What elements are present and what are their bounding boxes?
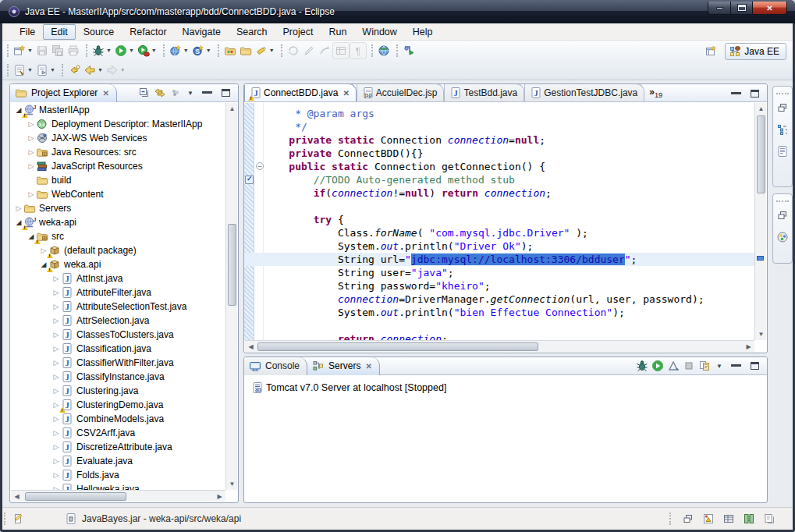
new-annot-button[interactable]: ▼ xyxy=(12,62,34,79)
view-menu-button[interactable]: ▼ xyxy=(183,85,197,101)
code-line[interactable]: connection=DriverManager.getConnection(u… xyxy=(264,293,754,306)
tree-item[interactable]: ▷JAX-WS Web Services xyxy=(11,131,225,145)
tree-item[interactable]: ◢JMasterIIApp xyxy=(11,103,225,117)
expand-arrow-icon[interactable]: ▷ xyxy=(51,275,61,282)
run-ext-button[interactable]: ▼ xyxy=(136,42,158,59)
debug-button[interactable] xyxy=(634,358,650,374)
expand-arrow-icon[interactable]: ▷ xyxy=(27,162,36,170)
code-line[interactable]: System.out.println("Driver Ok"); xyxy=(264,239,754,253)
marker-button[interactable]: ▼ xyxy=(254,42,276,59)
code-line[interactable]: private ConnectBDD(){} xyxy=(264,147,754,160)
tree-item[interactable]: build xyxy=(11,173,225,187)
menu-refactor[interactable]: Refactor xyxy=(122,24,174,40)
copy-status-button[interactable] xyxy=(761,510,777,527)
menu-navigate[interactable]: Navigate xyxy=(175,24,229,40)
restore-view-button[interactable] xyxy=(775,99,790,116)
publish-button[interactable] xyxy=(697,358,712,374)
tree-item[interactable]: ▷JClusteringDemo.java xyxy=(11,398,225,412)
dropdown-arrow-icon[interactable]: ▼ xyxy=(27,48,33,53)
dropdown-arrow-icon[interactable]: ▼ xyxy=(27,67,33,73)
code-line[interactable]: private static Connection connection=nul… xyxy=(264,133,754,147)
expand-arrow-icon[interactable]: ▷ xyxy=(51,415,61,423)
code-line[interactable]: String password="kheiro"; xyxy=(264,279,754,293)
expand-arrow-icon[interactable]: ▷ xyxy=(51,471,61,479)
close-tab-icon[interactable]: ✕ xyxy=(365,362,371,371)
tree-item[interactable]: ▷JAttrSelection.java xyxy=(11,314,225,328)
tree-item[interactable]: ▷JavaScript Resources xyxy=(11,159,225,173)
expand-arrow-icon[interactable]: ▷ xyxy=(27,148,36,156)
dots-gray-button[interactable] xyxy=(168,85,183,101)
outline-view-button[interactable] xyxy=(775,121,790,138)
expand-arrow-icon[interactable]: ▷ xyxy=(51,387,61,395)
tree-item[interactable]: ◢Jweka-api xyxy=(11,215,225,229)
code-line[interactable]: System.out.println("bien Effectue Connec… xyxy=(264,306,754,319)
collapse-all-button[interactable] xyxy=(137,85,152,101)
restore-status-button[interactable] xyxy=(680,510,696,527)
tree-item[interactable]: ▷JClustering.java xyxy=(11,384,225,398)
code-line[interactable]: String user="java"; xyxy=(264,266,754,279)
back-button[interactable]: ▼ xyxy=(82,62,105,79)
tree-item[interactable]: ▷JEvaluate.java xyxy=(11,454,225,468)
code-line[interactable]: public static Connection getConnection()… xyxy=(264,160,754,173)
expand-arrow-icon[interactable]: ▷ xyxy=(51,429,61,437)
close-tab-icon[interactable]: ✕ xyxy=(342,89,349,98)
editor-tab-testbdd-java[interactable]: JTestBdd.java xyxy=(444,83,524,101)
menu-file[interactable]: File xyxy=(12,24,43,40)
restore-view-button[interactable] xyxy=(775,207,790,224)
expand-arrow-icon[interactable]: ▷ xyxy=(27,120,36,128)
web-browser-button[interactable] xyxy=(376,42,392,59)
server-entry[interactable]: Tomcat v7.0 Server at localhost [Stopped… xyxy=(245,380,766,395)
menu-edit[interactable]: Edit xyxy=(43,24,76,40)
expand-arrow-icon[interactable]: ▷ xyxy=(14,204,23,212)
expand-arrow-icon[interactable]: ▷ xyxy=(51,331,61,339)
tree-item[interactable]: ▷JClassifyInstance.java xyxy=(11,370,225,384)
editor-vertical-scrollbar[interactable]: ▲ ▼ xyxy=(754,103,766,340)
open-perspective-button[interactable] xyxy=(703,43,719,60)
code-line[interactable]: return connection; xyxy=(264,332,754,340)
code-line[interactable]: //TODO Auto-generated method stub xyxy=(264,173,754,186)
tree-item[interactable]: ▷JClassification.java xyxy=(11,342,225,356)
fold-collapse-icon[interactable]: – xyxy=(256,162,264,170)
expand-arrow-icon[interactable]: ▷ xyxy=(51,345,61,353)
code-line[interactable]: Class.forName( "com.mysql.jdbc.Driver" )… xyxy=(264,226,754,239)
back-small-button[interactable] xyxy=(66,62,82,79)
editor-tab-gestiontestjdbc-java[interactable]: JGestionTestJDBC.java xyxy=(524,83,644,101)
tree-item[interactable]: ▷WebContent xyxy=(11,187,225,201)
editor-horizontal-scrollbar[interactable]: ◀ ▶ xyxy=(245,340,754,352)
min-view-button[interactable] xyxy=(726,358,746,374)
bottom-tab-console[interactable]: Console xyxy=(244,357,307,375)
tree-item[interactable]: ▷JAttributeFilter.java xyxy=(11,286,225,300)
dropdown-arrow-icon[interactable]: ▼ xyxy=(269,48,275,53)
run-button[interactable] xyxy=(650,358,665,374)
tree-item[interactable]: ▷JDiscretizeAttribute.java xyxy=(11,440,225,454)
code-line[interactable]: if(connection!=null) return connection; xyxy=(264,186,754,200)
close-button[interactable]: ✕ xyxy=(753,2,787,15)
expand-arrow-icon[interactable]: ▷ xyxy=(51,359,61,367)
expand-arrow-icon[interactable]: ▷ xyxy=(51,303,61,310)
maximize-editor-button[interactable] xyxy=(746,86,764,101)
debug-button[interactable]: ▼ xyxy=(91,42,113,59)
code-line[interactable] xyxy=(264,200,754,213)
expand-arrow-icon[interactable]: ▷ xyxy=(51,443,61,451)
code-line[interactable]: try { xyxy=(264,213,754,226)
min-view-button[interactable] xyxy=(197,85,217,101)
dropdown-arrow-icon[interactable]: ▼ xyxy=(151,48,157,53)
dropdown-arrow-icon[interactable]: ▼ xyxy=(183,48,189,53)
sync-status-button[interactable] xyxy=(741,510,757,527)
tree-item[interactable]: ▷3.0Deployment Descriptor: MasterIIApp xyxy=(11,117,225,131)
close-view-icon[interactable]: ✕ xyxy=(102,89,108,98)
code-editor[interactable]: * @param args */ private static Connecti… xyxy=(244,103,754,340)
code-line[interactable] xyxy=(264,319,754,332)
tree-item[interactable]: ▷JAttInst.java xyxy=(11,271,225,286)
project-tree-vertical-scrollbar[interactable]: ▲ ▼ xyxy=(225,103,237,490)
maximize-button[interactable] xyxy=(731,2,753,15)
title-bar[interactable]: Java EE - MasterIIApp/src/com/masterapp/… xyxy=(0,0,795,23)
editor-tab-accuieldec-jsp[interactable]: jspAccuielDec.jsp xyxy=(357,83,445,101)
minimize-editor-button[interactable] xyxy=(726,86,746,101)
dropdown-arrow-icon[interactable]: ▼ xyxy=(50,67,55,73)
code-line[interactable]: * @param args xyxy=(264,107,754,120)
new-web-button[interactable]: ▼ xyxy=(168,42,190,59)
stop-button[interactable] xyxy=(681,358,697,374)
tree-item[interactable]: ▷JClassesToClusters.java xyxy=(11,328,225,342)
expand-arrow-icon[interactable]: ▷ xyxy=(27,134,36,142)
